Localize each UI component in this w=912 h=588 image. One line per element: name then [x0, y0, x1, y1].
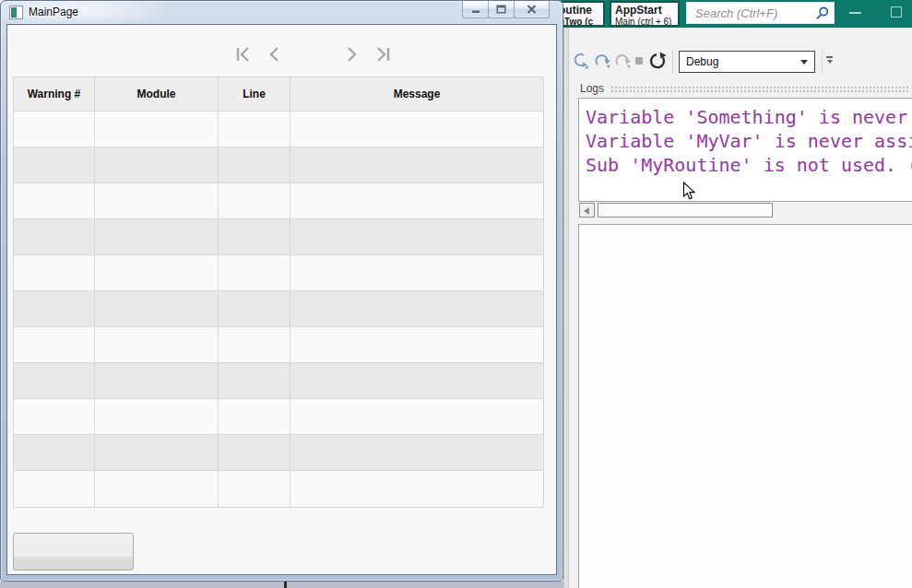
build-config-dropdown[interactable]: Debug: [679, 51, 815, 73]
table-cell: [14, 327, 95, 362]
table-cell: [95, 471, 219, 507]
minimize-icon: [471, 6, 480, 14]
toolbar-overflow-icon[interactable]: [825, 56, 834, 65]
logs-panel-title: Logs: [580, 82, 604, 95]
table-cell: [219, 435, 290, 470]
table-row[interactable]: [14, 327, 543, 363]
triangle-left-icon: [584, 207, 589, 215]
table-row[interactable]: [14, 183, 543, 219]
grid-body: [14, 112, 543, 507]
scroll-left-button[interactable]: [579, 203, 595, 218]
table-cell: [219, 327, 290, 362]
table-cell: [219, 291, 290, 326]
desktop-strip: [0, 582, 563, 588]
table-cell: [290, 291, 543, 326]
column-header-warning[interactable]: Warning #: [14, 77, 95, 111]
mainpage-window: MainPage: [0, 0, 563, 582]
table-cell: [95, 399, 219, 434]
table-cell: [95, 112, 219, 147]
log-line: Variable 'MyVar' is never assi: [586, 129, 912, 153]
table-cell: [95, 291, 219, 326]
toolbar-separator: [672, 50, 673, 74]
log-line: Variable 'Something' is never: [586, 105, 912, 129]
table-cell: [14, 255, 95, 290]
log-line: Sub 'MyRoutine' is not used. (: [586, 153, 912, 177]
table-row[interactable]: [14, 147, 543, 183]
restart-icon[interactable]: [648, 52, 667, 70]
table-cell: [290, 399, 543, 434]
table-row[interactable]: [14, 471, 543, 507]
tab-subtitle: Main (ctrl + 6): [615, 17, 675, 27]
table-row[interactable]: [14, 399, 543, 435]
tab-subtitle: gTwo (c: [559, 17, 600, 27]
step-back-icon[interactable]: [573, 53, 589, 69]
next-page-icon[interactable]: [342, 45, 361, 64]
table-row[interactable]: [14, 291, 543, 327]
build-config-value: Debug: [686, 55, 718, 68]
table-cell: [14, 183, 95, 218]
table-cell: [95, 363, 219, 398]
ide-minimize-icon[interactable]: [849, 12, 861, 14]
first-page-icon[interactable]: [234, 45, 253, 64]
table-cell: [290, 147, 543, 182]
tab-appstart[interactable]: AppStart Main (ctrl + 6): [610, 1, 680, 27]
table-row[interactable]: [14, 435, 543, 471]
toolbar-separator: [822, 50, 823, 74]
table-cell: [14, 399, 95, 434]
table-row[interactable]: [14, 363, 543, 399]
window-title: MainPage: [29, 6, 78, 18]
table-cell: [95, 183, 219, 218]
table-cell: [95, 255, 219, 290]
table-cell: [219, 112, 290, 147]
table-cell: [290, 363, 543, 398]
blank-button[interactable]: [13, 533, 134, 570]
table-header-row: Warning # Module Line Message: [14, 77, 543, 112]
table-cell: [290, 255, 543, 290]
step-forward-icon[interactable]: [615, 53, 632, 69]
ide-maximize-icon[interactable]: [891, 6, 902, 18]
table-cell: [290, 435, 543, 470]
column-header-module[interactable]: Module: [95, 77, 219, 111]
table-cell: [95, 435, 219, 470]
screen: outine gTwo (c AppStart Main (ctrl + 6): [0, 0, 912, 588]
search-icon[interactable]: [815, 6, 829, 20]
column-header-line[interactable]: Line: [219, 77, 290, 111]
table-cell: [290, 327, 543, 362]
table-cell: [95, 219, 219, 254]
table-row[interactable]: [14, 112, 543, 147]
close-button[interactable]: [514, 1, 550, 18]
previous-page-icon[interactable]: [266, 45, 284, 64]
table-cell: [290, 219, 543, 254]
maximize-icon: [496, 5, 506, 14]
window-controls: [463, 1, 550, 18]
table-cell: [95, 147, 219, 182]
search-input[interactable]: [687, 3, 814, 23]
horizontal-scrollbar-thumb[interactable]: [598, 203, 773, 218]
table-cell: [290, 471, 543, 507]
last-page-icon[interactable]: [373, 45, 392, 64]
table-cell: [219, 255, 290, 290]
tab-title: AppStart: [615, 5, 675, 16]
table-cell: [219, 219, 290, 254]
minimize-button[interactable]: [462, 1, 489, 18]
table-cell: [219, 399, 290, 434]
table-row[interactable]: [14, 219, 543, 255]
close-icon: [527, 5, 537, 14]
ide-edge-splitter[interactable]: [563, 28, 569, 588]
table-cell: [219, 183, 290, 218]
stop-icon[interactable]: [635, 57, 643, 65]
lower-panel: [578, 224, 912, 588]
logs-output: Variable 'Something' is never Variable '…: [578, 98, 912, 202]
table-cell: [290, 183, 543, 218]
maximize-button[interactable]: [488, 1, 515, 18]
chevron-down-icon: [800, 60, 808, 65]
table-row[interactable]: [14, 255, 543, 291]
table-cell: [219, 363, 290, 398]
table-cell: [14, 363, 95, 398]
mouse-cursor: [682, 182, 696, 201]
step-over-icon[interactable]: [595, 53, 611, 69]
column-header-message[interactable]: Message: [290, 77, 543, 111]
logs-panel-grip[interactable]: [610, 86, 908, 93]
app-icon: [9, 6, 23, 19]
table-cell: [219, 471, 290, 507]
